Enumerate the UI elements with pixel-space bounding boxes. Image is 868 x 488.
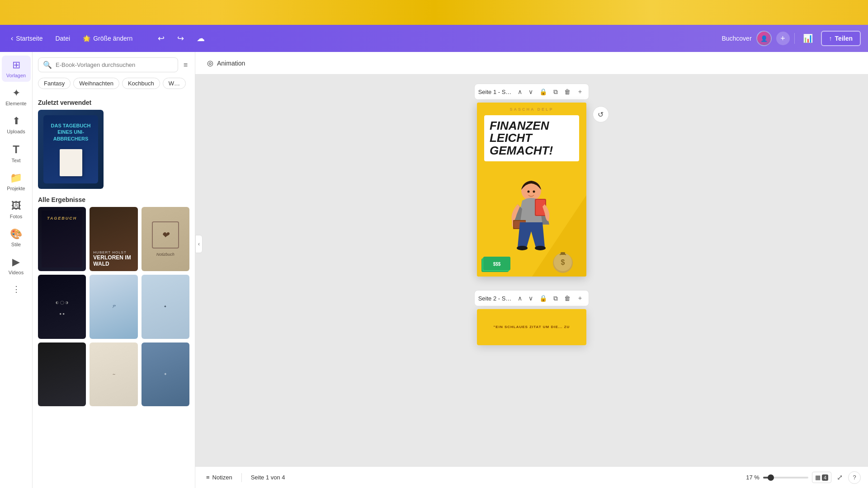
result-thumb-3[interactable]: ❤ Notizbuch xyxy=(142,207,189,271)
filter-icon: ≡ xyxy=(184,61,188,69)
uploads-icon: ⬆ xyxy=(12,115,20,127)
add-page-icon: ＋ xyxy=(577,88,583,95)
home-label: Startseite xyxy=(16,35,42,42)
sidebar-item-videos[interactable]: ▶ Videos xyxy=(2,253,31,279)
expand-button[interactable]: ⤢ xyxy=(835,471,844,483)
back-button[interactable]: ‹ Startseite xyxy=(7,33,46,44)
help-icon: ? xyxy=(853,474,856,481)
page1-chevron-down[interactable]: ∨ xyxy=(527,86,535,97)
sidebar-item-stile[interactable]: 🎨 Stile xyxy=(2,225,31,251)
recent-thumbnail[interactable]: DAS TAGEBUCH EINES UNI-ABBRECHERS xyxy=(38,110,104,189)
buchcover-label: Buchcover xyxy=(722,35,751,42)
size-label: Größe ändern xyxy=(93,35,132,42)
save-cloud-button[interactable]: ☁ xyxy=(193,32,208,45)
size-icon: 🌟 xyxy=(83,35,90,42)
page2-chevron-up[interactable]: ∧ xyxy=(516,293,524,304)
page2-add-button[interactable]: ＋ xyxy=(575,292,585,304)
animation-button[interactable]: ◎ Animation xyxy=(203,56,250,70)
tag-weihnachten[interactable]: Weihnachten xyxy=(73,78,119,89)
tag-fantasy[interactable]: Fantasy xyxy=(38,78,71,89)
result-thumb-2[interactable]: HUBERT HOLST VERLOREN IMWALD xyxy=(90,207,137,271)
sidebar-item-more[interactable]: ⋮ xyxy=(2,281,31,298)
sidebar-item-fotos[interactable]: 🖼 Fotos xyxy=(2,197,31,223)
grid-button[interactable]: ▦ 4 xyxy=(812,472,831,483)
help-button[interactable]: ? xyxy=(848,471,861,484)
result-thumb-9[interactable]: ✦ xyxy=(142,343,189,407)
share-label: Teilen xyxy=(835,35,853,42)
result-thumb-8[interactable]: ～ xyxy=(90,343,137,407)
header-divider xyxy=(794,33,795,44)
page1-add-button[interactable]: ＋ xyxy=(575,86,585,98)
page2-chevron-up-icon: ∧ xyxy=(518,295,522,302)
tag-more[interactable]: W… xyxy=(163,78,186,89)
file-button[interactable]: Datei xyxy=(52,33,74,44)
top-gold-bar xyxy=(0,0,868,25)
analytics-button[interactable]: 📊 xyxy=(799,32,816,45)
filter-button[interactable]: ≡ xyxy=(182,59,189,71)
page2-trash-icon: 🗑 xyxy=(564,295,571,302)
refresh-icon: ↺ xyxy=(598,110,604,119)
sidebar-fotos-label: Fotos xyxy=(10,214,23,219)
page1-delete-button[interactable]: 🗑 xyxy=(562,86,572,97)
page2-add-icon: ＋ xyxy=(577,294,583,301)
page2-chevron-down[interactable]: ∨ xyxy=(527,293,535,304)
result-thumb-4[interactable]: ◐ ◯ ◑ ● ● xyxy=(38,275,86,339)
sidebar-item-text[interactable]: T Text xyxy=(2,140,31,167)
sidebar-projekte-label: Projekte xyxy=(7,186,25,191)
all-results-title: Alle Ergebnisse xyxy=(38,196,189,203)
trash-icon: 🗑 xyxy=(564,88,571,95)
page2-canvas[interactable]: "EIN SCHLAUES ZITAT UM DIE... ZU xyxy=(477,309,586,345)
page2-lock-button[interactable]: 🔒 xyxy=(538,293,549,304)
sidebar-item-uploads[interactable]: ⬆ Uploads xyxy=(2,112,31,138)
sidebar-item-elemente[interactable]: ✦ Elemente xyxy=(2,84,31,110)
money-illustration: $$$ $ xyxy=(479,249,584,274)
page2-copy-button[interactable]: ⧉ xyxy=(552,293,560,304)
canvas-scroll[interactable]: Seite 1 - S… ∧ ∨ 🔒 ⧉ 🗑 xyxy=(195,75,868,466)
vorlagen-icon: ⊞ xyxy=(12,59,20,71)
result-thumb-6[interactable]: ✦ xyxy=(142,275,189,339)
book-graphic xyxy=(60,149,82,176)
user-avatar[interactable]: 👤 xyxy=(756,31,772,46)
result-thumb-7[interactable] xyxy=(38,343,86,407)
share-button[interactable]: ↑ Teilen xyxy=(821,31,861,46)
projekte-icon: 📁 xyxy=(10,172,22,184)
hide-panel-button[interactable]: ‹ xyxy=(195,235,203,253)
result-thumb-5[interactable]: 𝓟 xyxy=(90,275,137,339)
animation-label: Animation xyxy=(217,60,245,67)
size-change-button[interactable]: 🌟 Größe ändern xyxy=(79,33,136,44)
page1-label: Seite 1 - S… xyxy=(478,89,512,95)
page1-chevron-up[interactable]: ∧ xyxy=(516,86,524,97)
page2-delete-button[interactable]: 🗑 xyxy=(562,293,572,304)
add-collaborator-button[interactable]: + xyxy=(776,32,790,45)
zoom-slider[interactable] xyxy=(763,477,808,479)
tag-kochbuch[interactable]: Kochbuch xyxy=(122,78,160,89)
search-input[interactable] xyxy=(56,61,173,68)
animation-icon: ◎ xyxy=(207,59,213,67)
page1-container: Seite 1 - S… ∧ ∨ 🔒 ⧉ 🗑 xyxy=(474,84,590,277)
recently-used-section: Zuletzt verwendet DAS TAGEBUCH EINES UNI… xyxy=(38,99,189,189)
svg-point-0 xyxy=(521,181,541,201)
title-box: FINANZEN LEICHT GEMACHT! xyxy=(484,115,579,161)
redo-button[interactable]: ↪ xyxy=(174,32,188,45)
sidebar-item-projekte[interactable]: 📁 Projekte xyxy=(2,169,31,195)
notes-icon: ≡ xyxy=(206,474,210,481)
page1-lock-button[interactable]: 🔒 xyxy=(538,86,549,97)
result-thumb-1[interactable]: TAGEBUCH TAGEBUCH xyxy=(38,207,86,271)
book-cover-canvas[interactable]: SASCHA DELP FINANZEN LEICHT GEMACHT! xyxy=(477,103,586,277)
notes-button[interactable]: ≡ Notizen xyxy=(203,472,236,483)
tags-row: Fantasy Weihnachten Kochbuch W… xyxy=(33,78,195,94)
search-input-wrap[interactable]: 🔍 xyxy=(38,57,178,72)
page-info: Seite 1 von 4 xyxy=(247,472,289,483)
sidebar-text-label: Text xyxy=(11,158,20,163)
sidebar-item-vorlagen[interactable]: ⊞ Vorlagen xyxy=(2,56,31,82)
refresh-button[interactable]: ↺ xyxy=(593,106,609,122)
analytics-icon: 📊 xyxy=(803,34,813,43)
undo-button[interactable]: ↩ xyxy=(154,32,168,45)
zoom-slider-thumb[interactable] xyxy=(768,474,774,481)
copy-icon: ⧉ xyxy=(553,88,558,95)
page2-label: Seite 2 - S… xyxy=(478,295,512,302)
sidebar-stile-label: Stile xyxy=(11,242,21,247)
page1-copy-button[interactable]: ⧉ xyxy=(552,86,560,98)
page2-controls: Seite 2 - S… ∧ ∨ 🔒 ⧉ 🗑 xyxy=(474,290,590,306)
page2-chevron-down-icon: ∨ xyxy=(528,295,533,302)
